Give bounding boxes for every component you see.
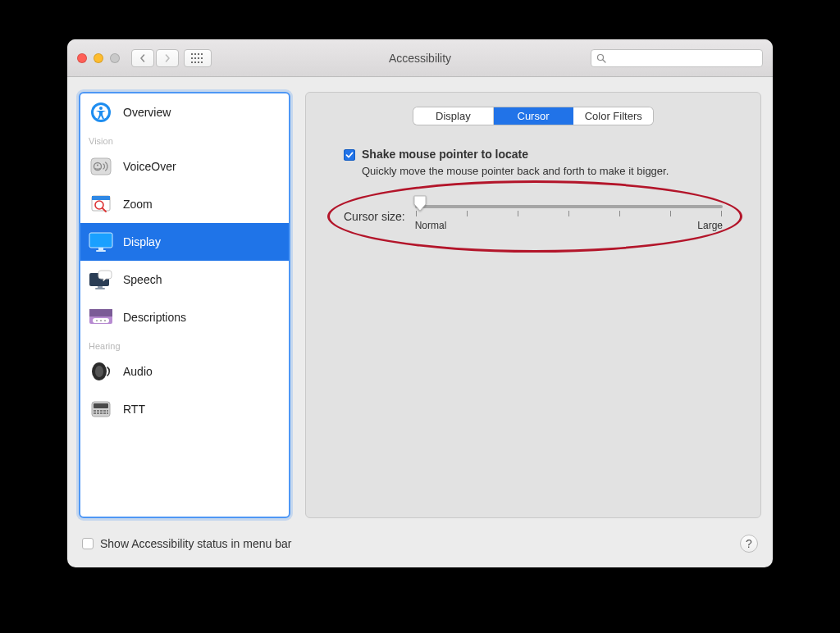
svg-rect-46 xyxy=(97,412,99,414)
svg-rect-10 xyxy=(198,61,199,63)
cursor-size-label: Cursor size: xyxy=(344,210,405,223)
svg-rect-8 xyxy=(191,61,193,63)
svg-rect-11 xyxy=(201,61,203,63)
shake-pointer-label: Shake mouse pointer to locate xyxy=(362,148,528,161)
svg-rect-0 xyxy=(191,53,193,55)
svg-rect-5 xyxy=(194,57,196,59)
preferences-window: Accessibility Overview Vision VoiceOver xyxy=(67,39,773,567)
zoom-window-button[interactable] xyxy=(110,53,120,63)
sidebar-item-label: VoiceOver xyxy=(123,160,176,173)
svg-rect-1 xyxy=(194,53,196,55)
menubar-status-label: Show Accessibility status in menu bar xyxy=(100,537,291,550)
accessibility-icon xyxy=(89,100,113,125)
section-vision: Vision xyxy=(80,131,289,148)
cursor-size-slider[interactable]: Normal Large xyxy=(415,202,723,231)
svg-rect-39 xyxy=(94,403,108,408)
back-button[interactable] xyxy=(131,49,154,67)
display-icon xyxy=(89,230,113,254)
sidebar-item-label: RTT xyxy=(123,403,145,416)
slider-thumb[interactable] xyxy=(413,195,427,212)
svg-rect-48 xyxy=(103,412,106,414)
minimize-window-button[interactable] xyxy=(94,53,103,63)
svg-rect-6 xyxy=(198,57,199,59)
svg-rect-31 xyxy=(89,309,112,316)
content-pane: Display Cursor Color Filters Shake mouse… xyxy=(305,92,761,518)
audio-icon xyxy=(89,359,113,384)
svg-rect-21 xyxy=(92,196,110,200)
tab-display[interactable]: Display xyxy=(413,107,494,125)
sidebar-item-audio[interactable]: Audio xyxy=(80,353,289,390)
svg-line-13 xyxy=(603,60,605,62)
svg-rect-28 xyxy=(98,286,103,288)
svg-rect-42 xyxy=(100,410,103,412)
sidebar-item-label: Audio xyxy=(123,365,153,378)
forward-button[interactable] xyxy=(156,49,179,67)
sidebar-item-overview[interactable]: Overview xyxy=(80,93,289,131)
sidebar-item-label: Descriptions xyxy=(123,311,186,324)
rtt-icon xyxy=(89,397,113,421)
slider-max-label: Large xyxy=(697,220,723,231)
svg-rect-7 xyxy=(201,57,203,59)
svg-rect-3 xyxy=(201,53,203,55)
svg-rect-2 xyxy=(198,53,199,55)
nav-buttons xyxy=(131,49,179,67)
svg-rect-45 xyxy=(94,412,96,414)
sidebar-item-descriptions[interactable]: Descriptions xyxy=(80,298,289,336)
svg-point-19 xyxy=(97,164,98,166)
footer: Show Accessibility status in menu bar ? xyxy=(67,526,773,567)
tabs: Display Cursor Color Filters xyxy=(413,107,653,125)
close-window-button[interactable] xyxy=(77,53,87,63)
zoom-icon xyxy=(89,192,113,216)
search-field[interactable] xyxy=(591,49,763,67)
svg-rect-29 xyxy=(95,288,105,289)
sidebar-item-label: Speech xyxy=(123,273,162,286)
search-input[interactable] xyxy=(609,52,757,65)
svg-rect-4 xyxy=(191,57,193,59)
svg-point-16 xyxy=(99,107,103,110)
svg-point-35 xyxy=(104,320,106,321)
sidebar-item-display[interactable]: Display xyxy=(80,223,289,261)
svg-rect-43 xyxy=(103,410,106,412)
help-button[interactable]: ? xyxy=(740,535,758,553)
voiceover-icon xyxy=(89,154,113,179)
show-all-button[interactable] xyxy=(184,49,212,67)
shake-pointer-hint: Quickly move the mouse pointer back and … xyxy=(362,164,723,179)
traffic-lights xyxy=(77,53,120,63)
sidebar: Overview Vision VoiceOver Zoom Display xyxy=(79,92,290,518)
shake-pointer-checkbox[interactable] xyxy=(344,149,355,161)
section-hearing: Hearing xyxy=(80,336,289,353)
sidebar-item-label: Overview xyxy=(123,106,171,119)
titlebar: Accessibility xyxy=(67,39,773,77)
tab-color-filters[interactable]: Color Filters xyxy=(573,107,653,125)
svg-rect-24 xyxy=(89,233,112,248)
svg-rect-47 xyxy=(100,412,103,414)
svg-rect-41 xyxy=(97,410,99,412)
speech-icon xyxy=(89,267,113,292)
checkmark-icon xyxy=(345,151,354,159)
descriptions-icon xyxy=(89,305,113,330)
sidebar-item-label: Display xyxy=(123,235,161,248)
sidebar-item-voiceover[interactable]: VoiceOver xyxy=(80,148,289,185)
tab-cursor[interactable]: Cursor xyxy=(494,107,574,125)
svg-point-12 xyxy=(598,54,604,60)
menubar-status-checkbox[interactable] xyxy=(82,538,94,549)
sidebar-item-label: Zoom xyxy=(123,198,153,211)
sidebar-item-rtt[interactable]: RTT xyxy=(80,390,289,428)
svg-rect-9 xyxy=(194,61,196,63)
svg-point-34 xyxy=(100,320,102,321)
sidebar-item-speech[interactable]: Speech xyxy=(80,261,289,298)
svg-rect-44 xyxy=(107,410,108,412)
search-icon xyxy=(596,53,606,63)
sidebar-item-zoom[interactable]: Zoom xyxy=(80,185,289,223)
svg-point-33 xyxy=(96,320,98,321)
svg-point-37 xyxy=(95,366,103,377)
svg-rect-25 xyxy=(98,248,103,250)
slider-min-label: Normal xyxy=(415,220,447,231)
svg-rect-49 xyxy=(107,412,108,414)
svg-rect-40 xyxy=(94,410,96,412)
svg-rect-26 xyxy=(96,250,106,252)
